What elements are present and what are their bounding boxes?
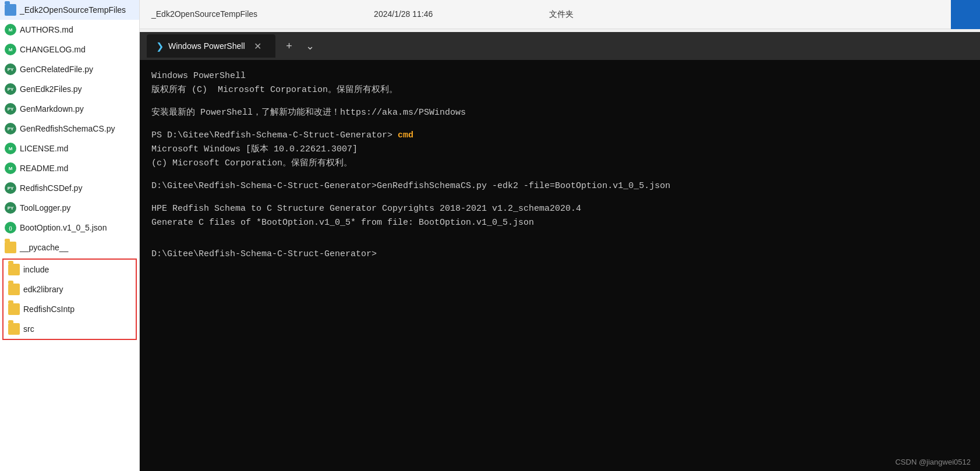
- file-icon-folder: [5, 242, 16, 253]
- sidebar-item-readme-md[interactable]: MREADME.md: [0, 158, 139, 178]
- sidebar-label-genedk2-py: GenEdk2Files.py: [20, 84, 82, 94]
- powershell-icon: ❯: [156, 41, 164, 52]
- highlighted-folder-group: includeedk2libraryRedfishCsIntpsrc: [2, 258, 137, 340]
- sidebar-item-license-md[interactable]: MLICENSE.md: [0, 139, 139, 158]
- folder-icon-redfishcsintp-folder: [8, 303, 20, 315]
- folder-icon-src-folder: [8, 323, 20, 335]
- sidebar-item-changelog-md[interactable]: MCHANGELOG.md: [0, 40, 139, 59]
- terminal-line-12: Generate C files of *BootOption.v1_0_5* …: [151, 216, 968, 230]
- terminal-tab-powershell[interactable]: ❯ Windows PowerShell ✕: [147, 34, 275, 58]
- terminal-close-button[interactable]: ✕: [250, 38, 266, 54]
- terminal-cmd-text-5: cmd: [398, 130, 413, 140]
- terminal-line-0: Windows PowerShell: [151, 69, 968, 83]
- sidebar-item-genedk2-py[interactable]: PYGenEdk2Files.py: [0, 79, 139, 99]
- sidebar-label-src-folder: src: [23, 324, 34, 334]
- sidebar-label-readme-md: README.md: [20, 164, 68, 173]
- sidebar-item-redfishcsdef-py[interactable]: PYRedfishCSDef.py: [0, 178, 139, 198]
- file-bar-date: 2024/1/28 11:46: [374, 9, 433, 20]
- terminal-dropdown-button[interactable]: ⌄: [301, 37, 320, 55]
- watermark-text: CSDN @jiangwei0512: [895, 458, 971, 466]
- sidebar-item-edk2library-folder[interactable]: edk2library: [3, 279, 136, 299]
- sidebar-label-license-md: LICENSE.md: [20, 144, 68, 153]
- terminal-tab-label: Windows PowerShell: [168, 41, 245, 51]
- sidebar-item-bootoption-json[interactable]: {}BootOption.v1_0_5.json: [0, 218, 139, 238]
- file-icon-py: PY: [5, 83, 16, 95]
- file-icon-json: {}: [5, 222, 16, 233]
- terminal-line-11: HPE Redfish Schema to C Structure Genera…: [151, 202, 968, 216]
- terminal-line-7: (c) Microsoft Corporation。保留所有权利。: [151, 157, 968, 171]
- file-icon-md: M: [5, 24, 16, 36]
- terminal-titlebar: ❯ Windows PowerShell ✕ + ⌄: [140, 32, 980, 60]
- sidebar-item-genredfish-py[interactable]: PYGenRedfishSchemaCS.py: [0, 119, 139, 139]
- file-icon-py: PY: [5, 103, 16, 115]
- sidebar-label-redfishcsdef-py: RedfishCSDef.py: [20, 183, 82, 193]
- sidebar-item-edk2-folder[interactable]: _Edk2OpenSourceTempFiles: [0, 0, 139, 20]
- folder-icon-include-folder: [8, 264, 20, 275]
- terminal-line-9: D:\Gitee\Redfish-Schema-C-Struct-Generat…: [151, 179, 968, 193]
- sidebar-label-include-folder: include: [23, 265, 49, 274]
- sidebar-label-genredfish-py: GenRedfishSchemaCS.py: [20, 124, 115, 133]
- sidebar-item-genmarkdown-py[interactable]: PYGenMarkdown.py: [0, 99, 139, 119]
- sidebar-item-gencrelated-py[interactable]: PYGenCRelatedFile.py: [0, 59, 139, 79]
- sidebar-label-edk2library-folder: edk2library: [23, 285, 63, 294]
- file-icon-py: PY: [5, 202, 16, 214]
- file-icon-md: M: [5, 44, 16, 55]
- sidebar-label-genmarkdown-py: GenMarkdown.py: [20, 104, 84, 114]
- terminal-line-1: 版权所有 (C) Microsoft Corporation。保留所有权利。: [151, 83, 968, 97]
- sidebar-item-authors-md[interactable]: MAUTHORS.md: [0, 20, 139, 40]
- sidebar-item-src-folder[interactable]: src: [3, 319, 136, 339]
- sidebar-item-pycache-folder[interactable]: __pycache__: [0, 238, 139, 257]
- terminal-blank-line-10: [151, 193, 968, 202]
- top-right-accent: [951, 0, 980, 29]
- terminal-line-6: Microsoft Windows [版本 10.0.22621.3007]: [151, 143, 968, 157]
- terminal-blank-line-14: [151, 239, 968, 247]
- terminal-blank-line-13: [151, 230, 968, 239]
- sidebar-label-pycache-folder: __pycache__: [20, 243, 68, 252]
- terminal-blank-line-2: [151, 97, 968, 106]
- sidebar-label-redfishcsintp-folder: RedfishCsIntp: [23, 304, 75, 314]
- file-explorer-sidebar: _Edk2OpenSourceTempFilesMAUTHORS.mdMCHAN…: [0, 0, 140, 471]
- sidebar-label-authors-md: AUTHORS.md: [20, 25, 73, 34]
- sidebar-label-edk2-folder: _Edk2OpenSourceTempFiles: [20, 5, 126, 15]
- terminal-prompt-line-5: PS D:\Gitee\Redfish-Schema-C-Struct-Gene…: [151, 129, 968, 143]
- file-icon-py: PY: [5, 63, 16, 75]
- sidebar-item-redfishcsintp-folder[interactable]: RedfishCsIntp: [3, 299, 136, 319]
- terminal-body: Windows PowerShell版权所有 (C) Microsoft Cor…: [140, 60, 980, 471]
- sidebar-label-changelog-md: CHANGELOG.md: [20, 45, 86, 54]
- sidebar-label-toollogger-py: ToolLogger.py: [20, 203, 70, 213]
- terminal-window: ❯ Windows PowerShell ✕ + ⌄ Windows Power…: [140, 32, 980, 471]
- sidebar-item-toollogger-py[interactable]: PYToolLogger.py: [0, 198, 139, 218]
- main-content-area: _Edk2OpenSourceTempFiles 2024/1/28 11:46…: [140, 0, 980, 471]
- terminal-actions: + ⌄: [280, 37, 320, 55]
- file-bar-top: _Edk2OpenSourceTempFiles 2024/1/28 11:46…: [140, 0, 980, 29]
- sidebar-label-bootoption-json: BootOption.v1_0_5.json: [20, 223, 107, 232]
- folder-icon-edk2library-folder: [8, 284, 20, 295]
- file-icon-md: M: [5, 143, 16, 154]
- file-icon-py: PY: [5, 182, 16, 194]
- sidebar-item-include-folder[interactable]: include: [3, 260, 136, 279]
- file-icon-folder-special: [5, 4, 16, 16]
- file-bar-type: 文件夹: [549, 9, 574, 20]
- terminal-line-3: 安装最新的 PowerShell，了解新功能和改进！https://aka.ms…: [151, 106, 968, 120]
- terminal-blank-line-8: [151, 171, 968, 179]
- sidebar-label-gencrelated-py: GenCRelatedFile.py: [20, 65, 93, 74]
- file-icon-md: M: [5, 162, 16, 174]
- file-icon-py: PY: [5, 123, 16, 134]
- terminal-add-button[interactable]: +: [280, 37, 299, 55]
- terminal-blank-line-4: [151, 120, 968, 129]
- file-bar-name: _Edk2OpenSourceTempFiles: [151, 9, 257, 20]
- terminal-final-prompt-15: D:\Gitee\Redfish-Schema-C-Struct-Generat…: [151, 247, 968, 261]
- terminal-prompt-text-5: PS D:\Gitee\Redfish-Schema-C-Struct-Gene…: [151, 130, 398, 140]
